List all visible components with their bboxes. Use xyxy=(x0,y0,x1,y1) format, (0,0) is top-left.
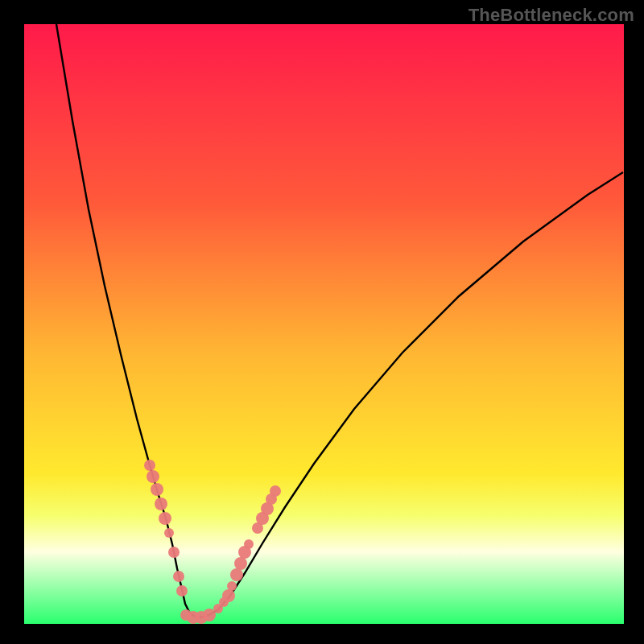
bead xyxy=(164,528,174,538)
bottleneck-curve xyxy=(56,24,623,617)
plot-area xyxy=(24,24,624,624)
bead xyxy=(155,497,167,510)
bead xyxy=(270,485,281,497)
beads-valley xyxy=(180,609,216,624)
bead xyxy=(244,539,254,549)
bead xyxy=(147,470,159,483)
bead xyxy=(173,571,184,582)
bead xyxy=(230,568,243,581)
bead xyxy=(159,512,171,525)
bead xyxy=(168,547,180,558)
bead xyxy=(144,460,155,471)
bead xyxy=(222,589,235,602)
watermark-text: TheBottleneck.com xyxy=(469,5,634,26)
beads-left xyxy=(144,460,188,597)
curve-layer xyxy=(24,24,624,624)
bead xyxy=(203,609,216,621)
bead xyxy=(234,557,247,570)
bead xyxy=(151,483,163,496)
chart-frame: TheBottleneck.com xyxy=(0,0,644,644)
beads-right xyxy=(213,485,281,613)
bead xyxy=(176,585,188,597)
bead xyxy=(227,581,237,591)
